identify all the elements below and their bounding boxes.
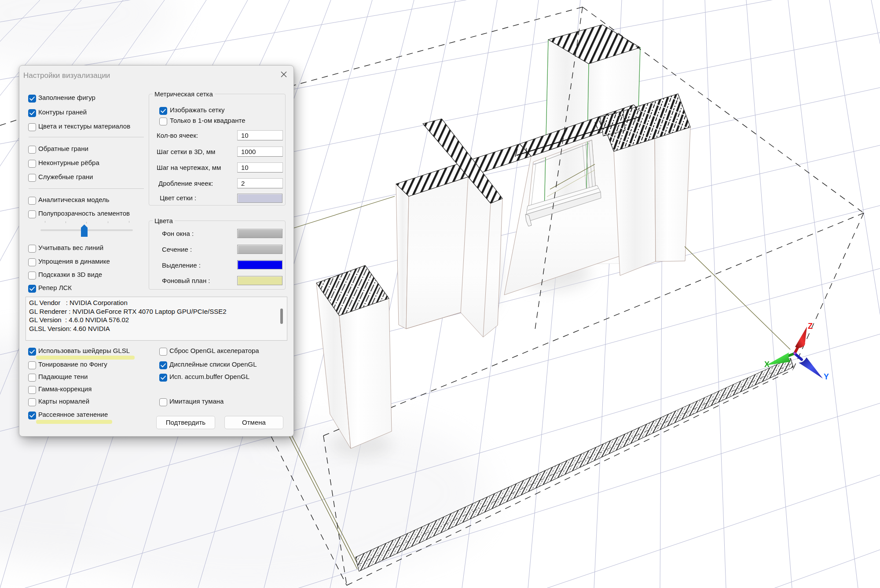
svg-text:Y: Y bbox=[824, 372, 829, 381]
svg-text:Z: Z bbox=[808, 322, 813, 331]
svg-text:X: X bbox=[764, 360, 770, 369]
